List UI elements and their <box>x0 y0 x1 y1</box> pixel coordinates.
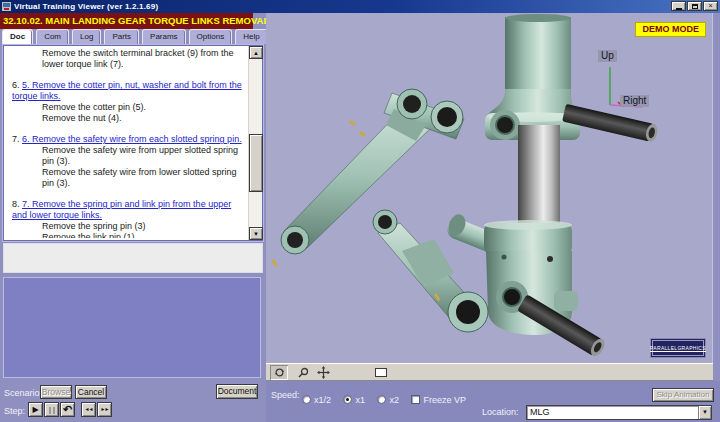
close-icon: × <box>708 2 712 9</box>
tab-com[interactable]: Com <box>36 29 69 44</box>
rotate-icon <box>274 367 285 378</box>
rotate-tool-button[interactable] <box>270 365 288 380</box>
restore-icon <box>692 4 698 9</box>
pan-icon <box>317 366 330 379</box>
doc-step-7-link[interactable]: 6. Remove the safety wire from each slot… <box>22 134 242 144</box>
doc-substep: Remove the cotter pin (5). <box>42 102 246 113</box>
scroll-down-button[interactable]: ▼ <box>249 227 263 240</box>
speed-radio-x1-2[interactable] <box>302 395 311 404</box>
app-icon <box>2 2 11 11</box>
3d-viewport[interactable]: Up Right DEMO MODE ParallelGraphics <box>266 13 713 363</box>
step-back-icon: ◄◄ <box>85 406 93 412</box>
tab-options[interactable]: Options <box>189 29 233 44</box>
app-window: Virtual Training Viewer (ver 1.2.1.69) ×… <box>0 0 720 422</box>
doc-text: Remove the switch terminal bracket (9) f… <box>6 48 246 238</box>
scroll-up-button[interactable]: ▲ <box>249 46 263 59</box>
frame-icon <box>375 368 387 377</box>
chevron-down-icon: ▼ <box>702 409 708 415</box>
minimize-button[interactable] <box>671 1 686 11</box>
doc-substep: Remove the safety wire from upper slotte… <box>42 145 246 167</box>
tab-help[interactable]: Help <box>235 29 267 44</box>
freeze-vp-label: Freeze VP <box>423 395 466 405</box>
location-dropdown[interactable]: MLG ▼ <box>526 405 712 420</box>
pause-icon <box>49 407 55 414</box>
browse-button[interactable]: Browse <box>40 385 72 399</box>
minimize-icon <box>676 8 682 10</box>
freeze-vp-checkbox[interactable] <box>411 395 420 404</box>
doc-intro: Remove the switch terminal bracket (9) f… <box>42 48 246 70</box>
tab-params[interactable]: Params <box>142 29 186 44</box>
axis-up-label: Up <box>598 50 617 62</box>
doc-substep: Remove the link pin (1) <box>42 232 246 238</box>
doc-step-8-link[interactable]: 7. Remove the spring pin and link pin fr… <box>12 199 231 220</box>
document-button[interactable]: Document <box>216 384 258 399</box>
location-label: Location: <box>482 407 519 417</box>
title-bar[interactable]: Virtual Training Viewer (ver 1.2.1.69) × <box>0 0 720 13</box>
procedure-title-banner: 32.10.02. MAIN LANDING GEAR TORQUE LINKS… <box>0 13 253 29</box>
axis-right-label: Right <box>620 95 649 107</box>
doc-step-6-link[interactable]: 5. Remove the cotter pin, nut, washer an… <box>12 80 242 101</box>
speed-label: Speed: <box>271 390 300 400</box>
tab-bar: Doc Com Log Parts Params Options Help <box>2 29 268 45</box>
tab-log[interactable]: Log <box>72 29 101 44</box>
tab-doc[interactable]: Doc <box>2 29 33 44</box>
doc-step-8: 8. 7. Remove the spring pin and link pin… <box>12 199 246 221</box>
doc-step-7: 7. 6. Remove the safety wire from each s… <box>12 134 246 145</box>
doc-substep: Remove the spring pin (3) <box>42 221 246 232</box>
secondary-panel <box>3 277 261 378</box>
doc-substep: Remove the nut (4). <box>42 113 246 124</box>
tab-parts[interactable]: Parts <box>104 29 139 44</box>
demo-mode-badge: DEMO MODE <box>635 22 706 37</box>
pan-tool-button[interactable] <box>314 365 332 380</box>
parallelgraphics-logo: ParallelGraphics <box>650 338 706 358</box>
pause-button[interactable] <box>44 402 59 417</box>
step-forward-button[interactable]: ►► <box>97 402 112 417</box>
doc-scrollbar[interactable]: ▲ ▼ <box>248 46 262 240</box>
scrollbar-thumb[interactable] <box>249 134 263 192</box>
scenario-label: Scenario: <box>4 388 42 398</box>
play-icon: ▶ <box>32 405 38 414</box>
scroll-up-icon: ▲ <box>253 50 259 56</box>
animation-control-bar: Speed: x1/2 x1 x2 Freeze VP Skip Animati… <box>266 381 720 422</box>
speed-radio-x1[interactable] <box>343 395 352 404</box>
3d-model-torque-links <box>266 13 713 363</box>
cancel-button[interactable]: Cancel <box>75 385 107 399</box>
zoom-tool-button[interactable] <box>294 365 312 380</box>
location-value: MLG <box>530 407 550 417</box>
doc-panel: Remove the switch terminal bracket (9) f… <box>3 45 263 241</box>
magnifier-icon <box>298 367 309 378</box>
step-back-button[interactable]: ◄◄ <box>81 402 96 417</box>
step-forward-icon: ►► <box>101 406 109 412</box>
undo-button[interactable]: ↶ <box>60 402 75 417</box>
scroll-down-icon: ▼ <box>253 231 259 237</box>
play-button[interactable]: ▶ <box>28 402 43 417</box>
undo-icon: ↶ <box>63 403 72 415</box>
close-button[interactable]: × <box>703 1 718 11</box>
skip-animation-button[interactable]: Skip Animation <box>652 388 714 402</box>
speed-radio-x2[interactable] <box>377 395 386 404</box>
window-title: Virtual Training Viewer (ver 1.2.1.69) <box>14 2 158 11</box>
fit-view-button[interactable] <box>372 365 390 380</box>
doc-step-6: 6. 5. Remove the cotter pin, nut, washer… <box>12 80 246 102</box>
location-dropdown-button[interactable]: ▼ <box>698 406 711 419</box>
viewport-toolbar <box>266 363 713 381</box>
status-strip <box>3 243 263 273</box>
restore-button[interactable] <box>687 1 702 11</box>
doc-substep: Remove the safety wire from lower slotte… <box>42 167 246 189</box>
step-label: Step: <box>4 406 25 416</box>
